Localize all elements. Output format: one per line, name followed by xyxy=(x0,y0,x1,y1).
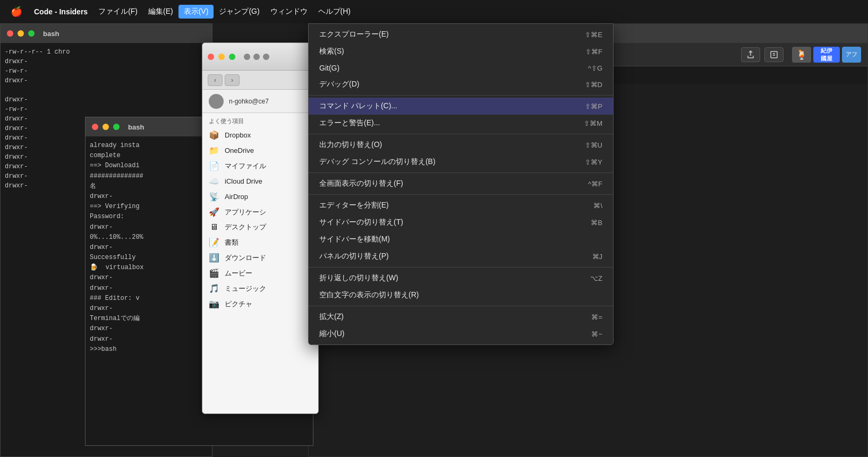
finder-item-documents[interactable]: 📝 書類 xyxy=(202,235,318,250)
finder-titlebar xyxy=(202,43,318,71)
finder-nav: ‹ › xyxy=(202,71,318,90)
menu-item-label: エクスプローラー(E) xyxy=(319,30,389,39)
menu-item-label: Git(G) xyxy=(319,64,339,72)
bookmark-jp[interactable]: 紀伊國屋 xyxy=(813,47,840,63)
menu-item-label: 空白文字の表示の切り替え(R) xyxy=(319,290,419,300)
menu-item-search[interactable]: 検索(S) ⇧⌘F xyxy=(309,43,613,60)
menu-item-fullscreen[interactable]: 全画面表示の切り替え(F) ^⌘F xyxy=(309,175,613,192)
menu-item-label: 拡大(Z) xyxy=(319,312,344,322)
menu-view[interactable]: 表示(V) xyxy=(178,5,214,19)
finder-item-dropbox[interactable]: 📦 Dropbox xyxy=(202,127,318,143)
apple-menu[interactable]: 🍎 xyxy=(4,4,29,20)
finder-item-label: 書類 xyxy=(225,238,239,247)
menu-item-command-palette[interactable]: コマンド パレット(C)... ⇧⌘P xyxy=(309,98,613,115)
menu-item-output[interactable]: 出力の切り替え(O) ⇧⌘U xyxy=(309,136,613,153)
menu-shortcut: ⌥Z xyxy=(590,274,602,282)
downloads-icon: ⬇️ xyxy=(209,253,219,263)
finder-item-label: ダウンロード xyxy=(225,253,266,263)
menu-section-7: 拡大(Z) ⌘= 縮小(U) ⌘− xyxy=(309,306,613,344)
menu-item-label: 折り返しの切り替え(W) xyxy=(319,273,398,283)
menu-help[interactable]: ヘルプ(H) xyxy=(313,5,356,19)
menu-item-toggle-sidebar[interactable]: サイドバーの切り替え(T) ⌘B xyxy=(309,214,613,231)
menu-item-toggle-panel[interactable]: パネルの切り替え(P) ⌘J xyxy=(309,248,613,265)
menu-shortcut: ⇧⌘Y xyxy=(585,158,602,166)
finder-item-label: Dropbox xyxy=(225,131,251,139)
close-button-t1[interactable] xyxy=(7,30,13,37)
menu-item-debug[interactable]: デバッグ(D) ⇧⌘D xyxy=(309,76,613,93)
terminal-line: -rw-r- xyxy=(5,105,208,114)
finder-item-onedrive[interactable]: 📁 OneDrive xyxy=(202,143,318,158)
menu-item-debug-console[interactable]: デバッグ コンソールの切り替え(B) ⇧⌘Y xyxy=(309,153,613,170)
finder-item-icloud[interactable]: ☁️ iCloud Drive xyxy=(202,174,318,189)
menu-item-label: パネルの切り替え(P) xyxy=(319,252,389,261)
finder-item-movies[interactable]: 🎬 ムービー xyxy=(202,265,318,281)
myfiles-icon: 📄 xyxy=(209,161,219,171)
finder-item-label: AirDrop xyxy=(225,193,248,201)
menu-item-errors[interactable]: エラーと警告(E)... ⇧⌘M xyxy=(309,115,613,132)
finder-item-downloads[interactable]: ⬇️ ダウンロード xyxy=(202,250,318,265)
toolbar-btn-2[interactable] xyxy=(764,47,784,62)
menu-section-4: 全画面表示の切り替え(F) ^⌘F xyxy=(309,173,613,195)
finder-window: ‹ › n-gohko@ce7 よく使う項目 📦 Dropbox 📁 OneDr… xyxy=(202,42,319,414)
minimize-button-t1[interactable] xyxy=(18,30,24,37)
share-button[interactable] xyxy=(741,47,760,62)
terminal-line: drwxr- xyxy=(5,76,208,85)
finder-item-applications[interactable]: 🚀 アプリケーシ xyxy=(202,204,318,220)
menu-shortcut: ⌘J xyxy=(592,253,603,261)
nav-back-button[interactable]: ‹ xyxy=(208,74,223,86)
menu-item-zoom-out[interactable]: 縮小(U) ⌘− xyxy=(309,325,613,342)
minimize-button-finder[interactable] xyxy=(218,54,225,60)
menu-item-label: エラーと警告(E)... xyxy=(319,118,380,128)
dropbox-icon: 📦 xyxy=(209,130,219,140)
menu-shortcut: ⇧⌘M xyxy=(584,119,602,127)
menu-item-zoom-in[interactable]: 拡大(Z) ⌘= xyxy=(309,308,613,325)
menu-shortcut: ⇧⌘F xyxy=(585,48,602,56)
finder-item-pictures[interactable]: 📷 ピクチャ xyxy=(202,296,318,312)
terminal-titlebar-1: bash xyxy=(1,24,212,43)
view-menu-dropdown: エクスプローラー(E) ⇧⌘E 検索(S) ⇧⌘F Git(G) ^⇧G デバッ… xyxy=(308,23,614,345)
menu-item-git[interactable]: Git(G) ^⇧G xyxy=(309,60,613,76)
menu-item-label: 出力の切り替え(O) xyxy=(319,140,382,150)
movies-icon: 🎬 xyxy=(209,268,219,278)
menu-item-explorer[interactable]: エクスプローラー(E) ⇧⌘E xyxy=(309,26,613,43)
menu-item-label: 全画面表示の切り替え(F) xyxy=(319,179,403,188)
finder-item-label: アプリケーシ xyxy=(225,208,266,217)
menu-item-toggle-wordwrap[interactable]: 折り返しの切り替え(W) ⌥Z xyxy=(309,270,613,287)
finder-item-label: ピクチャ xyxy=(225,299,252,309)
menu-item-label: デバッグ コンソールの切り替え(B) xyxy=(319,157,436,167)
maximize-button-t1[interactable] xyxy=(28,30,35,37)
menu-item-toggle-whitespace[interactable]: 空白文字の表示の切り替え(R) xyxy=(309,287,613,304)
bookmark-jp2[interactable]: アフ xyxy=(842,47,861,63)
menu-shortcut: ^⌘F xyxy=(588,180,602,188)
menu-section-5: エディターを分割(E) ⌘\ サイドバーの切り替え(T) ⌘B サイドバーを移動… xyxy=(309,195,613,268)
music-icon: 🎵 xyxy=(209,283,219,294)
menu-file[interactable]: ファイル(F) xyxy=(93,5,143,19)
menu-edit[interactable]: 編集(E) xyxy=(143,5,178,19)
nav-forward-button[interactable]: › xyxy=(225,74,240,86)
menu-section-3: 出力の切り替え(O) ⇧⌘U デバッグ コンソールの切り替え(B) ⇧⌘Y xyxy=(309,134,613,173)
airdrop-icon: 📡 xyxy=(209,192,219,202)
onedrive-icon: 📁 xyxy=(209,145,219,156)
close-button-finder[interactable] xyxy=(208,54,214,60)
menu-jump[interactable]: ジャンプ(G) xyxy=(214,5,265,19)
finder-item-desktop[interactable]: 🖥 デスクトップ xyxy=(202,220,318,235)
finder-item-airdrop[interactable]: 📡 AirDrop xyxy=(202,189,318,204)
maximize-button-finder[interactable] xyxy=(229,54,235,60)
finder-item-myfiles[interactable]: 📄 マイファイル xyxy=(202,158,318,174)
menu-shortcut: ⇧⌘E xyxy=(585,31,602,39)
terminal-title-2: bash xyxy=(128,123,144,131)
terminal-title-1: bash xyxy=(43,30,59,38)
maximize-button-t2[interactable] xyxy=(113,124,120,130)
icloud-icon: ☁️ xyxy=(209,176,219,186)
finder-item-label: ミュージック xyxy=(225,284,266,294)
minimize-button-t2[interactable] xyxy=(103,124,109,130)
menu-item-move-sidebar[interactable]: サイドバーを移動(M) xyxy=(309,231,613,248)
close-button-t2[interactable] xyxy=(92,124,98,130)
menu-shortcut: ⇧⌘U xyxy=(585,141,602,149)
finder-item-music[interactable]: 🎵 ミュージック xyxy=(202,281,318,296)
menu-item-label: サイドバーを移動(M) xyxy=(319,235,390,244)
menu-window[interactable]: ウィンドウ xyxy=(265,5,313,19)
menu-item-split-editor[interactable]: エディターを分割(E) ⌘\ xyxy=(309,197,613,214)
menu-shortcut: ⇧⌘P xyxy=(585,102,602,110)
bookmark-pineapple[interactable]: 🍹 xyxy=(792,47,811,63)
